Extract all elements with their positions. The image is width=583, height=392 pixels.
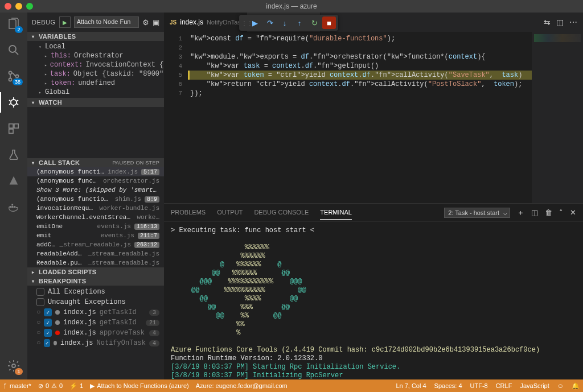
docker-icon[interactable] [6, 199, 22, 215]
split-terminal-icon[interactable]: ◫ [531, 208, 538, 217]
git-branch[interactable]: ᚶmaster* [3, 382, 31, 389]
bp-all-exceptions[interactable]: All Exceptions [27, 287, 164, 297]
editor-group: ⋮⋮ ▶ ↷ ↓ ↑ ↻ ■ JSindex.jsNotifyOnTasJSin… [164, 13, 583, 379]
variables-header[interactable]: ▾VARIABLES [27, 32, 164, 41]
checkbox-icon[interactable]: ✓ [44, 308, 52, 316]
code-area[interactable]: "kw">const df = "fn">require("durable-fu… [188, 32, 532, 203]
checkbox-icon[interactable]: ✓ [44, 329, 52, 337]
checkbox-icon[interactable] [36, 298, 44, 306]
close-panel-icon[interactable]: ✕ [570, 208, 576, 217]
step-over-button[interactable]: ↷ [263, 16, 277, 29]
activity-bar: 2 38 1 [0, 13, 27, 379]
sync-status[interactable]: ⊘0 ⚠0 [38, 382, 63, 390]
debug-toolbar[interactable]: ⋮⋮ ▶ ↷ ↓ ↑ ↻ ■ [239, 15, 338, 31]
callstack-row[interactable]: (anonymous function)orchestrator.js [27, 176, 164, 185]
restart-button[interactable]: ↻ [307, 16, 321, 29]
debug-status[interactable]: ▶ Attach to Node Functions (azure) [90, 382, 188, 390]
terminal-select[interactable]: 2: Task - host start ⌵ [444, 208, 510, 218]
indentation[interactable]: Spaces: 4 [434, 382, 462, 390]
breakpoint-dot-icon [55, 310, 60, 315]
ports[interactable]: ⚡1 [69, 382, 83, 390]
stop-button[interactable]: ■ [322, 16, 336, 29]
notifications-icon[interactable]: 🔔 [572, 382, 580, 390]
variable-row[interactable]: ▸task: Object {taskid: "8900", descri… [36, 69, 164, 79]
callstack-header[interactable]: ▾CALL STACKPAUSED ON STEP [27, 158, 164, 167]
new-terminal-icon[interactable]: ＋ [517, 208, 524, 218]
more-actions-icon[interactable]: ⋯ [569, 18, 577, 27]
eol[interactable]: CRLF [496, 382, 512, 390]
breakpoint-dot-icon [54, 341, 57, 345]
close-window-icon[interactable] [5, 3, 11, 10]
feedback-icon[interactable]: ☺ [557, 382, 564, 390]
variable-row[interactable]: ▸token: undefined [36, 79, 164, 88]
debug-icon[interactable] [6, 94, 22, 110]
checkbox-icon[interactable] [36, 288, 44, 296]
panel-tab[interactable]: PROBLEMS [171, 205, 206, 220]
breakpoint-row[interactable]: ○✓index.jsapproveTask4 [27, 328, 164, 338]
split-editor-icon[interactable]: ◫ [556, 18, 564, 27]
manage-gear-icon[interactable]: 1 [6, 358, 22, 374]
svg-rect-13 [14, 124, 18, 128]
bottom-panel: PROBLEMSOUTPUTDEBUG CONSOLETERMINAL 2: T… [164, 203, 583, 379]
variables-global[interactable]: ▸Global [36, 88, 164, 97]
maximize-panel-icon[interactable]: ˄ [559, 208, 563, 217]
debug-settings-icon[interactable]: ⚙ [142, 18, 149, 27]
variables-scope[interactable]: ▾Local [36, 42, 164, 51]
compare-icon[interactable]: ⇆ [544, 18, 551, 27]
callstack-row[interactable]: emitOneevents.js116:13 [27, 222, 164, 231]
drag-handle-icon[interactable]: ⋮⋮ [241, 16, 247, 29]
callstack-row[interactable]: addChunk_stream_readable.js263:12 [27, 240, 164, 249]
window-title: index.js — azure [0, 2, 583, 10]
callstack-row[interactable]: (anonymous function)shim.js8:9 [27, 195, 164, 204]
panel-tab[interactable]: OUTPUT [217, 205, 243, 220]
loaded-scripts-header[interactable]: ▸LOADED SCRIPTS [27, 267, 164, 277]
svg-line-1 [15, 52, 18, 55]
minimize-window-icon[interactable] [15, 3, 22, 10]
traffic-lights [5, 3, 33, 10]
search-icon[interactable] [6, 42, 22, 58]
breakpoint-row[interactable]: ○✓index.jsgetTaskId21 [27, 317, 164, 328]
breakpoint-row[interactable]: ○✓index.jsNotifyOnTask4 [27, 338, 164, 348]
language-mode[interactable]: JavaScript [520, 382, 549, 390]
bp-uncaught-exceptions[interactable]: Uncaught Exceptions [27, 297, 164, 307]
extensions-icon[interactable] [6, 121, 22, 137]
debug-label: DEBUG [32, 19, 56, 26]
terminal-body[interactable]: > Executing task: func host start < %%%%… [164, 222, 583, 379]
encoding[interactable]: UTF-8 [470, 382, 488, 390]
continue-button[interactable]: ▶ [248, 16, 262, 29]
scm-icon[interactable]: 38 [6, 68, 22, 84]
callstack-row[interactable]: Readable.push_stream_readable.js [27, 258, 164, 267]
callstack-row[interactable]: emitevents.js211:7 [27, 231, 164, 240]
watch-header[interactable]: ▾WATCH [27, 98, 164, 107]
azure-account[interactable]: Azure: eugene.fedor@gmail.com [196, 382, 288, 389]
code-editor[interactable]: 1234567 "kw">const df = "fn">require("du… [164, 32, 583, 203]
callstack-row[interactable]: WorkerChannel.eventStream.onworke… [27, 213, 164, 222]
panel-tab[interactable]: TERMINAL [320, 205, 352, 220]
start-debug-button[interactable]: ▶ [59, 16, 71, 28]
callstack-row[interactable]: invocationRequestworker-bundle.js [27, 204, 164, 213]
breakpoint-row[interactable]: ○✓index.jsgetTaskId3 [27, 307, 164, 317]
explorer-icon[interactable]: 2 [6, 16, 22, 32]
checkbox-icon[interactable]: ✓ [44, 319, 52, 327]
debug-console-icon[interactable]: ▣ [153, 18, 159, 27]
zoom-window-icon[interactable] [26, 3, 33, 10]
debug-config-select[interactable]: Attach to Node Fun [74, 16, 139, 28]
step-out-button[interactable]: ↑ [293, 16, 306, 29]
breakpoints-header[interactable]: ▾BREAKPOINTS [27, 277, 164, 286]
variable-row[interactable]: ▸this: Orchestrator [36, 51, 164, 60]
callstack-row[interactable]: Show 3 More: (skipped by 'smartStep') [27, 185, 164, 195]
checkbox-icon[interactable]: ✓ [44, 339, 50, 347]
cursor-position[interactable]: Ln 7, Col 4 [396, 382, 426, 390]
step-into-button[interactable]: ↓ [278, 16, 292, 29]
kill-terminal-icon[interactable]: 🗑 [545, 208, 552, 217]
beaker-icon[interactable] [6, 147, 22, 163]
status-bar: ᚶmaster* ⊘0 ⚠0 ⚡1 ▶ Attach to Node Funct… [0, 379, 583, 392]
callstack-row[interactable]: readableAddChunk_stream_readable.js [27, 249, 164, 258]
panel-tab[interactable]: DEBUG CONSOLE [254, 205, 309, 220]
azure-icon[interactable] [6, 173, 22, 189]
callstack-row[interactable]: (anonymous function)index.js5:17 [27, 167, 164, 176]
variable-row[interactable]: ▸context: InvocationContext {invocati… [36, 60, 164, 69]
editor-tab[interactable]: JSindex.jsNotifyOnTas [164, 13, 247, 32]
svg-point-4 [16, 75, 19, 78]
minimap[interactable] [532, 32, 583, 203]
